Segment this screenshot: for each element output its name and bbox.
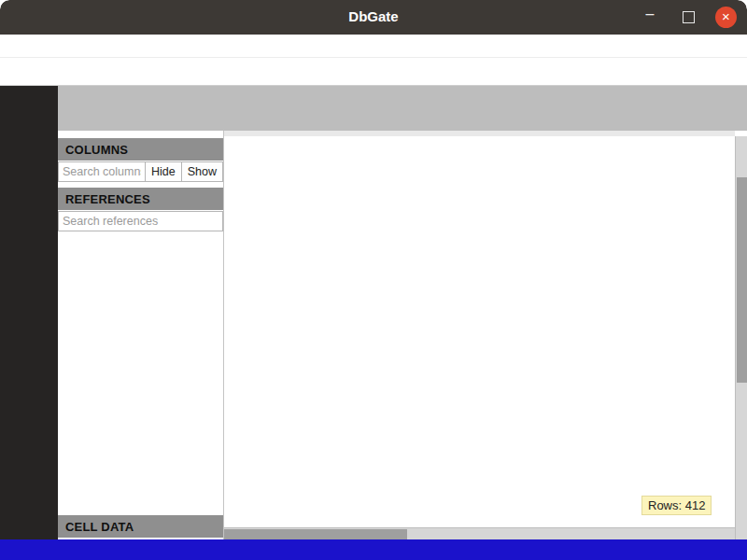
- columns-panel-header: COLUMNS: [58, 138, 223, 161]
- tab-group-row: [58, 86, 747, 103]
- references-panel-header: REFERENCES: [58, 188, 223, 210]
- hide-button[interactable]: Hide: [146, 161, 182, 182]
- side-panel: COLUMNS Hide Show REFERENCES CELL DATA: [58, 131, 224, 539]
- close-button[interactable]: ×: [715, 7, 737, 28]
- cell-data-panel-header: CELL DATA: [58, 515, 223, 538]
- search-references-input[interactable]: [58, 211, 223, 231]
- left-icon-bar: [0, 86, 58, 539]
- title-bar: DbGate – ×: [0, 0, 747, 35]
- window-title: DbGate: [0, 8, 747, 24]
- vertical-scrollbar[interactable]: [735, 136, 747, 539]
- tab-strip: [58, 86, 747, 131]
- menu-bar: [0, 35, 747, 58]
- rows-count-badge: Rows: 412: [641, 496, 712, 515]
- data-grid: [224, 131, 735, 539]
- dbgate-window: DbGate – × COLUMNS Hide Show REFERENCES …: [0, 0, 747, 560]
- vertical-scrollbar-thumb[interactable]: [737, 177, 747, 383]
- status-bar: [0, 539, 747, 560]
- search-columns-input[interactable]: [58, 161, 146, 182]
- horizontal-scrollbar[interactable]: [224, 527, 735, 539]
- minimize-button[interactable]: –: [641, 7, 658, 24]
- horizontal-scrollbar-thumb[interactable]: [224, 529, 407, 539]
- maximize-button[interactable]: [683, 11, 695, 23]
- grid-top-gap: [224, 131, 735, 136]
- toolbar: [0, 58, 747, 86]
- tab-row: [58, 103, 747, 131]
- show-button[interactable]: Show: [182, 161, 223, 182]
